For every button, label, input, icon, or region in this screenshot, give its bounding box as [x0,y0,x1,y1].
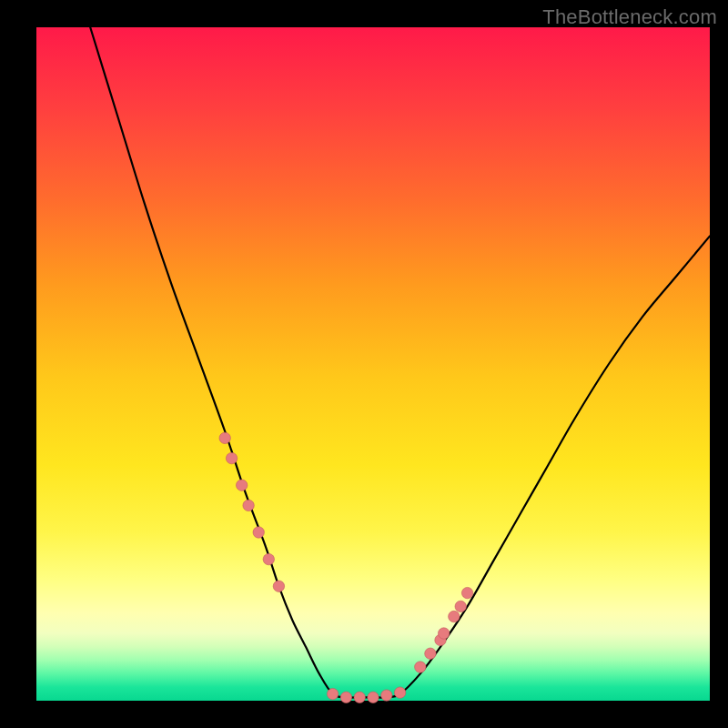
data-point [253,527,264,538]
data-point [273,581,284,592]
chart-svg [36,27,710,701]
data-point [263,553,274,564]
watermark-text: TheBottleneck.com [542,5,717,29]
data-point [381,690,392,701]
data-point [455,601,466,612]
data-point [449,611,460,622]
scatter-group [219,432,473,703]
data-point [394,687,405,698]
data-point [461,587,472,598]
data-point [243,500,254,511]
data-point [368,692,379,703]
data-point [340,692,351,703]
curve-group [90,27,710,698]
data-point [327,688,338,699]
data-point [415,662,426,672]
data-point [354,692,365,703]
bottleneck-curve [90,27,710,698]
outer-frame: TheBottleneck.com [0,0,728,728]
data-point [219,432,230,443]
data-point [237,480,248,490]
data-point [425,648,436,659]
data-point [226,452,237,463]
data-point [439,628,450,639]
plot-area [36,27,710,701]
